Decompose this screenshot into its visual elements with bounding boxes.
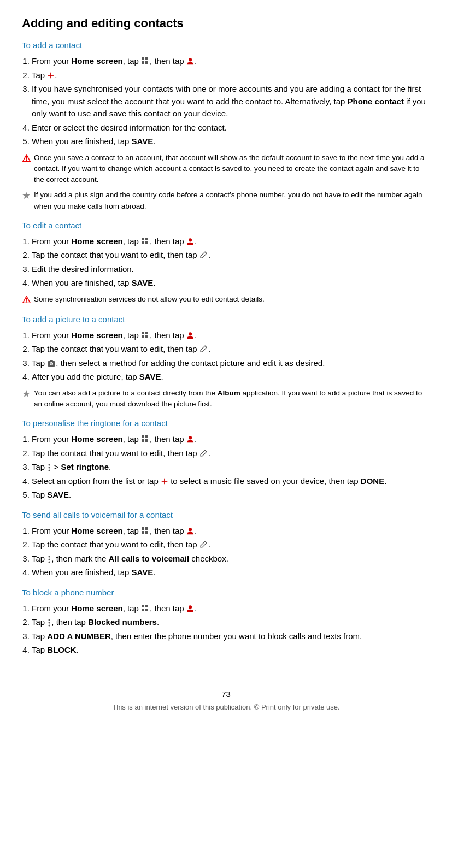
list-item: Tap SAVE. — [32, 489, 430, 501]
page-title: Adding and editing contacts — [22, 16, 430, 31]
list-item: Tap ADD A NUMBER, then enter the phone n… — [32, 630, 430, 643]
edit-icon — [199, 345, 208, 353]
warning-note-edit-contact: ⚠ Some synchronisation services do not a… — [22, 294, 430, 306]
section-title-voicemail: To send all calls to voicemail for a con… — [22, 510, 430, 519]
list-item: Tap the contact that you want to edit, t… — [32, 249, 430, 262]
list-item: Tap the contact that you want to edit, t… — [32, 447, 430, 460]
tip-note-add-picture: ★ You can also add a picture to a contac… — [22, 388, 430, 410]
section-title-add-contact: To add a contact — [22, 40, 430, 50]
grid-icon — [141, 527, 150, 535]
list-item: Tap the contact that you want to edit, t… — [32, 539, 430, 551]
steps-add-contact: From your Home screen, tap , then tap . … — [32, 55, 430, 148]
person-icon — [186, 57, 194, 65]
list-item: From your Home screen, tap , then tap . — [32, 525, 430, 538]
list-item: From your Home screen, tap , then tap . — [32, 235, 430, 248]
section-title-ringtone: To personalise the ringtone for a contac… — [22, 418, 430, 428]
more-icon — [47, 618, 51, 627]
list-item: Enter or select the desired information … — [32, 122, 430, 134]
grid-icon — [141, 435, 150, 444]
tip-text: If you add a plus sign and the country c… — [34, 190, 430, 212]
section-add-picture: To add a picture to a contact From your … — [22, 315, 430, 410]
person-icon — [186, 605, 194, 612]
plus-icon — [47, 72, 55, 79]
list-item: When you are finished, tap SAVE. — [32, 135, 430, 148]
list-item: Edit the desired information. — [32, 263, 430, 276]
list-item: Tap , then mark the All calls to voicema… — [32, 553, 430, 565]
more-icon — [47, 555, 51, 564]
plus-icon — [161, 477, 168, 485]
grid-icon — [141, 604, 150, 613]
warning-text: Some synchronisation services do not all… — [34, 294, 265, 305]
list-item: Tap . — [32, 69, 430, 82]
warning-note-add-contact: ⚠ Once you save a contact to an account,… — [22, 152, 430, 186]
list-item: Select an option from the list or tap to… — [32, 475, 430, 488]
list-item: Tap > Set ringtone. — [32, 461, 430, 474]
list-item: Tap , then select a method for adding th… — [32, 357, 430, 370]
section-block-number: To block a phone number From your Home s… — [22, 588, 430, 657]
section-ringtone: To personalise the ringtone for a contac… — [22, 418, 430, 501]
steps-edit-contact: From your Home screen, tap , then tap . … — [32, 235, 430, 290]
list-item: From your Home screen, tap , then tap . — [32, 603, 430, 615]
grid-icon — [141, 237, 150, 246]
edit-icon — [199, 449, 208, 458]
list-item: Tap the contact that you want to edit, t… — [32, 343, 430, 356]
warning-icon: ⚠ — [22, 294, 31, 306]
person-icon — [186, 527, 194, 535]
list-item: After you add the picture, tap SAVE. — [32, 371, 430, 383]
section-add-contact: To add a contact From your Home screen, … — [22, 40, 430, 212]
footer-text: This is an internet version of this publ… — [22, 703, 430, 711]
steps-add-picture: From your Home screen, tap , then tap . … — [32, 329, 430, 383]
section-edit-contact: To edit a contact From your Home screen,… — [22, 221, 430, 306]
list-item: When you are finished, tap SAVE. — [32, 277, 430, 290]
more-icon — [47, 463, 51, 472]
section-title-edit-contact: To edit a contact — [22, 221, 430, 230]
person-icon — [186, 238, 194, 245]
person-icon — [186, 332, 194, 339]
warning-icon: ⚠ — [22, 152, 31, 164]
list-item: Tap BLOCK. — [32, 644, 430, 657]
grid-icon — [141, 331, 150, 340]
list-item: If you have synchronised your contacts w… — [32, 83, 430, 120]
steps-block-number: From your Home screen, tap , then tap . … — [32, 603, 430, 657]
steps-voicemail: From your Home screen, tap , then tap . … — [32, 525, 430, 579]
list-item: Tap , then tap Blocked numbers. — [32, 616, 430, 629]
section-title-block-number: To block a phone number — [22, 588, 430, 597]
list-item: From your Home screen, tap , then tap . — [32, 329, 430, 342]
section-voicemail: To send all calls to voicemail for a con… — [22, 510, 430, 579]
tip-note-add-contact: ★ If you add a plus sign and the country… — [22, 190, 430, 212]
list-item: From your Home screen, tap , then tap . — [32, 433, 430, 446]
warning-text: Once you save a contact to an account, t… — [34, 152, 430, 186]
list-item: From your Home screen, tap , then tap . — [32, 55, 430, 68]
steps-ringtone: From your Home screen, tap , then tap . … — [32, 433, 430, 501]
edit-icon — [199, 540, 208, 549]
camera-icon — [47, 359, 56, 368]
page-number: 73 — [22, 689, 430, 699]
list-item: When you are finished, tap SAVE. — [32, 566, 430, 579]
edit-icon — [199, 251, 208, 259]
tip-icon: ★ — [22, 388, 31, 400]
grid-icon — [141, 57, 150, 66]
section-title-add-picture: To add a picture to a contact — [22, 315, 430, 324]
person-icon — [186, 435, 194, 443]
tip-icon: ★ — [22, 190, 31, 202]
tip-text: You can also add a picture to a contact … — [34, 388, 430, 410]
